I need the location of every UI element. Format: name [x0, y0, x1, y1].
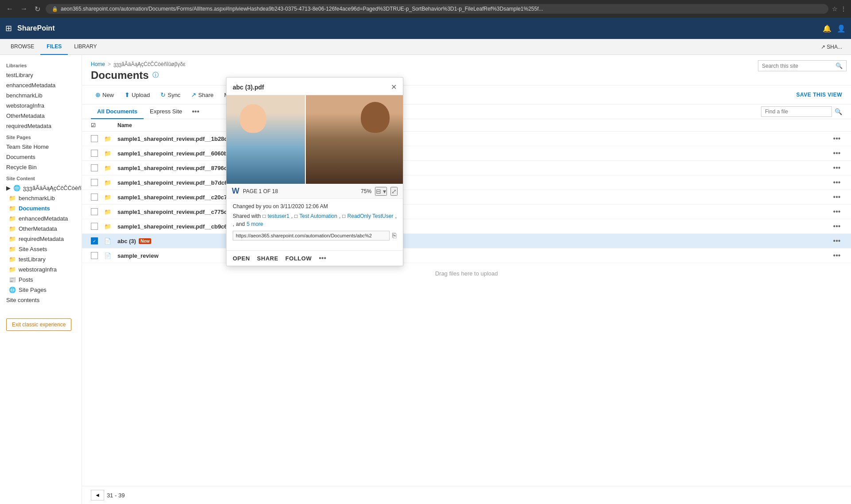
search-input[interactable]: [762, 63, 833, 69]
sidebar-item-documents-tree[interactable]: 📁Documents: [5, 203, 82, 213]
pagination-range: 31 - 39: [107, 492, 125, 499]
breadcrumb-home[interactable]: Home: [91, 61, 105, 67]
sidebar-item-testlibrary-tree[interactable]: 📁testLibrary: [5, 254, 82, 264]
shared-user-2[interactable]: Test Automation: [300, 213, 337, 219]
browser-right-icons: ☆ ⋮: [832, 5, 847, 12]
sidebar-item-sitepages-tree[interactable]: 🌐Site Pages: [5, 285, 82, 295]
table-row[interactable]: 📁 sample1_sharepoint_review.pdf__c775cc9…: [82, 205, 851, 219]
preview-follow-button[interactable]: FOLLOW: [285, 255, 312, 262]
tab-library[interactable]: LIBRARY: [68, 39, 103, 55]
row-checkbox[interactable]: [91, 208, 98, 215]
tab-files[interactable]: FILES: [40, 39, 68, 55]
sidebar-item-recyclebin[interactable]: Recycle Bin: [0, 162, 82, 172]
tab-express-site[interactable]: Express Site: [144, 105, 188, 119]
upload-button[interactable]: ⬆ Upload: [120, 89, 154, 101]
notification-bell-icon[interactable]: 🔔: [823, 24, 831, 33]
sidebar-item-enhancedmetadata-tree[interactable]: 📁enhancedMetadata: [5, 213, 82, 224]
view-more-button[interactable]: •••: [188, 106, 203, 117]
ribbon-share[interactable]: ↗ SHA...: [816, 39, 847, 54]
shared-user-1[interactable]: testuser1: [268, 213, 289, 219]
sidebar-item-requiredmetadata[interactable]: requiredMetadata: [0, 121, 82, 131]
row-more-button[interactable]: •••: [831, 222, 842, 230]
row-checkbox[interactable]: ✓: [91, 237, 98, 244]
preview-open-button[interactable]: OPEN: [233, 255, 250, 262]
copy-link-button[interactable]: ⎘: [392, 232, 397, 240]
forward-button[interactable]: →: [19, 3, 29, 15]
sidebar-item-posts-tree[interactable]: 📰Posts: [5, 275, 82, 285]
preview-expand-button[interactable]: ⤢: [390, 187, 398, 196]
sidebar-item-benchmarklib[interactable]: benchmarkLib: [0, 90, 82, 101]
row-checkbox[interactable]: [91, 150, 98, 157]
row-more-button[interactable]: •••: [831, 164, 842, 172]
column-name[interactable]: Name: [117, 122, 829, 128]
preview-share-button[interactable]: SHARE: [257, 255, 278, 262]
preview-link-row: https://aeon365.sharepoint.com/automatio…: [233, 231, 397, 240]
row-more-button[interactable]: •••: [831, 149, 842, 157]
table-row[interactable]: ✓ 📄 abc (3) New •••: [82, 234, 851, 248]
file-list: ☑ Name 📁 sample1_sharepoint_review.pdf__…: [82, 119, 851, 486]
row-more-button[interactable]: •••: [831, 208, 842, 216]
row-more-button[interactable]: •••: [831, 178, 842, 186]
preview-more-button[interactable]: •••: [319, 254, 326, 262]
table-row[interactable]: 📁 sample1_sharepoint_review.pdf__1b28d18…: [82, 132, 851, 146]
row-more-button[interactable]: •••: [831, 237, 842, 245]
sidebar-item-enhancedmetadata[interactable]: enhancedMetadata: [0, 80, 82, 90]
select-all-checkbox[interactable]: ☑: [91, 122, 96, 128]
preview-view-button[interactable]: ⊟ ▾: [375, 187, 387, 196]
row-checkbox[interactable]: [91, 135, 98, 142]
file-search-row: 🔍: [761, 105, 842, 119]
sidebar-item-webstorage-tree[interactable]: 📁webstoragInfra: [5, 264, 82, 275]
sidebar-item-othermetadata[interactable]: OtherMetadata: [0, 111, 82, 121]
share-button[interactable]: ↗ Share: [187, 89, 218, 101]
sidebar-item-webstorage[interactable]: webstoragInfra: [0, 101, 82, 111]
sidebar-item-site-root[interactable]: ▶ 🌐 ვვვãÃäÄąĄçĆčČĊòèñĩûøβγδε: [0, 183, 82, 193]
file-type-icon: 📄: [104, 238, 117, 244]
find-file-button[interactable]: 🔍: [835, 108, 842, 115]
preview-zoom: 75%: [361, 188, 371, 194]
row-more-button[interactable]: •••: [831, 135, 842, 143]
table-row[interactable]: 📁 sample1_sharepoint_review.pdf__b7dc608…: [82, 175, 851, 190]
table-row[interactable]: 📄 sample_review •••: [82, 248, 851, 263]
sidebar-item-requiredmetadata-tree[interactable]: 📁requiredMetadata: [5, 234, 82, 244]
menu-icon[interactable]: ⋮: [840, 5, 847, 12]
table-row[interactable]: 📁 sample1_sharepoint_review.pdf__6060b5c…: [82, 146, 851, 161]
info-icon[interactable]: ⓘ: [152, 71, 159, 79]
prev-page-button[interactable]: ◄: [91, 490, 104, 500]
tab-all-documents[interactable]: All Documents: [91, 105, 144, 119]
row-checkbox[interactable]: [91, 252, 98, 259]
table-row[interactable]: 📁 sample1_sharepoint_review.pdf__8796cdf…: [82, 161, 851, 175]
sidebar: Libraries testLibrary enhancedMetadata b…: [0, 55, 82, 504]
shared-more-link[interactable]: 5 more: [246, 221, 263, 227]
row-checkbox[interactable]: [91, 223, 98, 230]
preview-close-button[interactable]: ✕: [391, 83, 397, 91]
user-icon[interactable]: 👤: [837, 24, 846, 33]
exit-classic-button[interactable]: Exit classic experience: [6, 318, 71, 331]
sidebar-item-benchmarklib-tree[interactable]: 📁benchmarkLib: [5, 193, 82, 203]
sidebar-item-othermetadata-tree[interactable]: 📁OtherMetadata: [5, 224, 82, 234]
tab-browse[interactable]: BROWSE: [4, 39, 40, 55]
sync-button[interactable]: ↻ Sync: [156, 89, 185, 101]
row-checkbox[interactable]: [91, 164, 98, 171]
sidebar-item-testlibrary[interactable]: testLibrary: [0, 70, 82, 80]
back-button[interactable]: ←: [4, 3, 15, 15]
folder-icon: 📁: [9, 195, 16, 202]
row-more-button[interactable]: •••: [831, 193, 842, 201]
waffle-icon[interactable]: ⊞: [5, 23, 12, 33]
sidebar-item-documents[interactable]: Documents: [0, 152, 82, 162]
row-checkbox[interactable]: [91, 179, 98, 186]
shared-user-3[interactable]: ReadOnly TestUser: [347, 213, 394, 219]
table-row[interactable]: 📁 sample1_sharepoint_review.pdf__c20c740…: [82, 190, 851, 205]
row-more-button[interactable]: •••: [831, 252, 842, 260]
table-row[interactable]: 📁 sample1_sharepoint_review.pdf__cb9c636…: [82, 219, 851, 234]
row-checkbox[interactable]: [91, 194, 98, 201]
file-name: sample1_sharepoint_review.pdf__c775cc92a…: [117, 209, 831, 215]
sidebar-item-sitecontents[interactable]: Site contents: [0, 295, 82, 305]
address-bar[interactable]: 🔒 aeon365.sharepoint.com/automation/Docu…: [46, 4, 828, 14]
star-icon[interactable]: ☆: [832, 5, 838, 12]
new-button[interactable]: ⊕ New: [91, 89, 118, 101]
sidebar-item-teamsitehome[interactable]: Team Site Home: [0, 142, 82, 152]
save-view-button[interactable]: SAVE THIS VIEW: [796, 92, 842, 98]
sidebar-item-siteassets-tree[interactable]: 📁Site Assets: [5, 244, 82, 254]
refresh-button[interactable]: ↻: [33, 3, 42, 15]
find-file-input[interactable]: [761, 106, 832, 117]
